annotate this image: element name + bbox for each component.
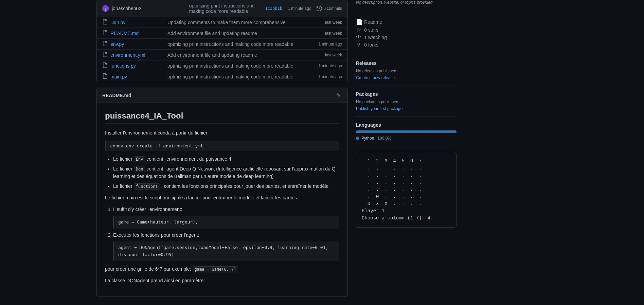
step-code: game = Game(hauteur, largeur), bbox=[113, 216, 339, 229]
releases-section: Releases No releases published Create a … bbox=[356, 55, 457, 86]
file-time: 1 minute ago bbox=[319, 42, 342, 47]
readme-main-desc: Le fichier main est le script principale… bbox=[105, 194, 339, 201]
watching-meta-item[interactable]: 👁 1 watching bbox=[356, 34, 457, 40]
readme-last-para: La classe DQNAgent prend ainsi en paramè… bbox=[105, 277, 339, 284]
python-bar-fill bbox=[356, 130, 457, 133]
sidebar: No description, website, or topics provi… bbox=[356, 0, 457, 305]
file-icon bbox=[102, 41, 108, 47]
terminal-line: Choose a column (1-7): 4 bbox=[362, 215, 451, 222]
python-lang-name: Python bbox=[361, 136, 374, 141]
file-icon bbox=[102, 52, 108, 58]
file-commit-msg: Updating comments to make them more comp… bbox=[167, 20, 322, 25]
step-code: agent = DQNAgent(game,session,loadModel=… bbox=[113, 241, 339, 261]
file-name[interactable]: README.md bbox=[110, 31, 165, 36]
releases-heading: Releases bbox=[356, 60, 457, 66]
file-time: last week bbox=[325, 31, 342, 36]
code-env: conda env create -f environment.yml bbox=[105, 141, 339, 151]
readme-step-item: Il suffit d'y créer l'environnement:game… bbox=[113, 205, 339, 228]
history-icon bbox=[317, 6, 322, 11]
publish-first-package-link[interactable]: Publish your first package bbox=[356, 106, 402, 111]
python-lang-dot bbox=[356, 137, 359, 140]
readme-step-item: Executer les fonctions pour créer l'agen… bbox=[113, 231, 339, 261]
language-bar bbox=[356, 130, 457, 133]
terminal-line: . . . . . . . bbox=[362, 186, 451, 193]
commit-message: optmizing print instructions and making … bbox=[189, 3, 263, 14]
no-packages-text: No packages published bbox=[356, 100, 457, 104]
python-lang-item: Python 100.0% bbox=[356, 136, 457, 141]
readme-bullet-item: Le fichier Env contient l'environnement … bbox=[113, 155, 339, 163]
grid-inline-code: game = Game(6, 7) bbox=[193, 266, 238, 272]
file-icon bbox=[102, 19, 108, 25]
readme-box: README.md ✎ puissance4_IA_Tool Installer… bbox=[96, 88, 348, 297]
file-name[interactable]: Dqn.py bbox=[110, 20, 165, 25]
forks-label: 0 forks bbox=[364, 42, 378, 48]
file-name[interactable]: functions.py bbox=[110, 63, 165, 69]
terminal-line: 0 X X . . . . bbox=[362, 200, 451, 208]
file-row: env.py optmizing print instructions and … bbox=[97, 39, 347, 50]
terminal-line: . 0 . . . . . bbox=[362, 193, 451, 200]
file-time: 1 minute ago bbox=[319, 64, 342, 68]
file-time: 1 minute ago bbox=[319, 74, 342, 79]
file-name[interactable]: main.py bbox=[110, 74, 165, 79]
commit-history-link[interactable]: 6 commits bbox=[317, 6, 342, 11]
no-releases-text: No releases published bbox=[356, 69, 457, 73]
file-name[interactable]: environment.yml bbox=[110, 52, 165, 58]
readme-bullet-item: Le fichier Dqn contient l'agent Deep Q N… bbox=[113, 165, 339, 180]
commit-author-avatar: j bbox=[102, 5, 109, 12]
sidebar-description-section: No description, website, or topics provi… bbox=[356, 0, 457, 13]
file-row: functions.py optmizing print instruction… bbox=[97, 60, 347, 71]
commit-sha[interactable]: 1c3bb1b bbox=[265, 6, 282, 11]
no-description: No description, website, or topics provi… bbox=[356, 0, 457, 5]
forks-meta-item[interactable]: ⑂ 0 forks bbox=[356, 42, 457, 48]
inline-code: Dqn bbox=[134, 166, 145, 172]
file-name[interactable]: env.py bbox=[110, 41, 165, 47]
edit-readme-button[interactable]: ✎ bbox=[335, 91, 342, 100]
readme-heading: puissance4_IA_Tool bbox=[105, 111, 339, 124]
terminal-box: 1 2 3 4 5 6 7 . . . . . . . . . . . . . … bbox=[356, 152, 457, 228]
file-table: j jonascohen02 optmizing print instructi… bbox=[96, 0, 348, 82]
file-row: Dqn.py Updating comments to make them mo… bbox=[97, 17, 347, 28]
readme-grid-desc: pour créer une grille de 6*7 par exemple… bbox=[105, 265, 339, 273]
commit-author[interactable]: jonascohen02 bbox=[112, 6, 185, 11]
star-icon: ☆ bbox=[356, 26, 361, 33]
commit-row: j jonascohen02 optmizing print instructi… bbox=[97, 0, 347, 17]
file-commit-msg: Add environment file and updating readme bbox=[167, 31, 322, 36]
stars-meta-item[interactable]: ☆ 0 stars bbox=[356, 26, 457, 33]
file-icon bbox=[102, 62, 108, 69]
packages-section: Packages No packages published Publish y… bbox=[356, 86, 457, 117]
eye-icon: 👁 bbox=[356, 34, 361, 40]
languages-heading: Languages bbox=[356, 122, 457, 128]
languages-section: Languages Python 100.0% bbox=[356, 117, 457, 146]
file-row: README.md Add environment file and updat… bbox=[97, 28, 347, 39]
file-commit-msg: optmizing print instructions and making … bbox=[167, 41, 316, 47]
readme-body: puissance4_IA_Tool Installer l'environne… bbox=[97, 103, 347, 297]
file-rows: Dqn.py Updating comments to make them mo… bbox=[97, 17, 347, 82]
fork-icon: ⑂ bbox=[356, 42, 361, 48]
file-time: last week bbox=[325, 20, 342, 25]
readme-meta-item[interactable]: 📄 Readme bbox=[356, 19, 457, 25]
readme-bullet-item: Le fichier functions , contient les fonc… bbox=[113, 182, 339, 190]
readme-steps: Il suffit d'y créer l'environnement:game… bbox=[113, 205, 339, 261]
file-commit-msg: optmizing print instructions and making … bbox=[167, 74, 316, 79]
inline-code: functions bbox=[134, 183, 160, 190]
file-row: main.py optmizing print instructions and… bbox=[97, 71, 347, 82]
file-icon bbox=[102, 73, 108, 80]
readme-icon: 📄 bbox=[356, 19, 361, 25]
readme-header: README.md ✎ bbox=[97, 88, 347, 103]
python-lang-percent: 100.0% bbox=[377, 136, 391, 141]
file-commit-msg: optmizing print instructions and making … bbox=[167, 63, 316, 69]
file-time: last week bbox=[325, 53, 342, 57]
watching-label: 1 watching bbox=[364, 35, 387, 40]
file-commit-msg: Add environment file and updating readme bbox=[167, 52, 322, 58]
packages-heading: Packages bbox=[356, 91, 457, 97]
readme-bullets: Le fichier Env contient l'environnement … bbox=[113, 155, 339, 190]
terminal-line: . . . . . . . bbox=[362, 172, 451, 179]
readme-intro: Installer l'environnement conda à partir… bbox=[105, 129, 339, 137]
stars-label: 0 stars bbox=[364, 27, 378, 33]
file-icon bbox=[102, 30, 108, 36]
terminal-line: . . . . . . . bbox=[362, 165, 451, 172]
terminal-line: Player 1: bbox=[362, 208, 451, 215]
readme-meta-label: Readme bbox=[364, 19, 382, 25]
inline-code: Env bbox=[134, 156, 145, 162]
create-new-release-link[interactable]: Create a new release bbox=[356, 75, 395, 80]
